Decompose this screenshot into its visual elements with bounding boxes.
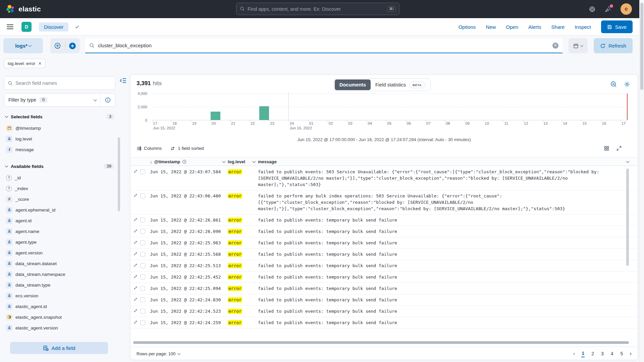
save-button[interactable]: Save [601, 20, 633, 33]
field-item-agent.version[interactable]: kagent.version [4, 247, 115, 258]
field-item-elastic_agent.version[interactable]: kelastic_agent.version [4, 322, 115, 333]
expand-row-icon[interactable] [133, 297, 138, 301]
toolbar-link-new[interactable]: New [486, 24, 496, 30]
expand-row-icon[interactable] [133, 275, 138, 279]
available-fields-header[interactable]: Available fields 39 [4, 164, 115, 169]
row-checkbox[interactable] [140, 169, 145, 174]
user-avatar[interactable]: e [621, 3, 632, 15]
field-item-data_stream.dataset[interactable]: kdata_stream.dataset [4, 258, 115, 269]
toggle-chart-icon[interactable] [610, 81, 617, 87]
toolbar-link-open[interactable]: Open [506, 24, 518, 30]
expand-row-icon[interactable] [133, 240, 138, 244]
remove-filter-icon[interactable]: ✕ [38, 61, 42, 66]
row-checkbox[interactable] [140, 320, 145, 325]
field-item-_score[interactable]: #_score [4, 194, 115, 204]
field-item-_index[interactable]: ?_index [4, 183, 115, 194]
toolbar-link-options[interactable]: Options [459, 24, 476, 30]
row-checkbox[interactable] [140, 263, 145, 268]
field-item-data_stream.type[interactable]: kdata_stream.type [4, 280, 115, 290]
expand-row-icon[interactable] [133, 229, 138, 233]
field-item-@timestamp[interactable]: @timestamp [4, 123, 115, 133]
rows-per-page-button[interactable]: Rows per page: 100 [137, 351, 180, 356]
sort-fields-button[interactable]: 1 field sorted [170, 146, 204, 151]
field-item-log.level[interactable]: klog.level [4, 133, 115, 144]
date-picker-button[interactable] [569, 38, 588, 53]
selected-fields-header[interactable]: Selected fields 3 [4, 114, 115, 119]
field-search[interactable] [4, 76, 115, 90]
field-info-icon[interactable] [100, 94, 115, 106]
current-time-marker[interactable] [627, 94, 628, 120]
global-search[interactable]: ⌘/ [236, 3, 399, 15]
expand-row-icon[interactable] [133, 218, 138, 222]
gear-icon[interactable] [624, 81, 630, 87]
field-search-input[interactable] [15, 80, 112, 86]
histogram-bar[interactable] [211, 112, 220, 120]
tab-documents[interactable]: Documents [335, 79, 371, 90]
saved-query-menu-icon[interactable] [50, 38, 65, 53]
menu-icon[interactable] [7, 24, 13, 29]
expand-row-icon[interactable] [133, 286, 138, 290]
sidebar-scrollbar[interactable] [118, 137, 120, 211]
columns-button[interactable]: Columns [137, 146, 162, 151]
filter-by-type-select[interactable]: Filter by type 0 [4, 97, 100, 103]
previous-page-icon[interactable]: ‹ [573, 350, 575, 357]
field-item-elastic_agent.id[interactable]: kelastic_agent.id [4, 301, 115, 312]
breadcrumb[interactable]: Discover [39, 22, 68, 32]
expand-row-icon[interactable] [133, 320, 138, 324]
expand-row-icon[interactable] [133, 263, 138, 267]
horizontal-scrollbar[interactable] [133, 341, 629, 344]
grid-vertical-scrollbar[interactable] [626, 169, 629, 266]
row-checkbox[interactable] [140, 229, 145, 234]
expand-row-icon[interactable] [133, 193, 138, 197]
field-item-elastic_agent.snapshot[interactable]: elastic_agent.snapshot [4, 312, 115, 322]
fullscreen-icon[interactable] [616, 146, 622, 151]
space-badge[interactable]: D [21, 22, 32, 32]
query-input[interactable] [98, 43, 552, 48]
row-checkbox[interactable] [140, 218, 145, 223]
histogram-bar[interactable] [259, 106, 269, 120]
field-item-agent.name[interactable]: kagent.name [4, 226, 115, 237]
field-item-message[interactable]: tmessage [4, 144, 115, 155]
data-view-picker[interactable]: logs* [3, 38, 43, 53]
row-checkbox[interactable] [140, 286, 145, 291]
filter-pill[interactable]: log.level: error ✕ [4, 59, 45, 68]
field-item-agent.type[interactable]: kagent.type [4, 237, 115, 247]
refresh-button[interactable]: Refresh [594, 38, 633, 53]
row-checkbox[interactable] [140, 252, 145, 257]
toolbar-link-inspect[interactable]: Inspect [575, 24, 591, 30]
next-page-icon[interactable]: › [630, 350, 632, 357]
row-checkbox[interactable] [140, 275, 145, 280]
tab-field-statistics[interactable]: Field statistics BETA [371, 82, 430, 88]
news-icon[interactable] [604, 5, 612, 13]
page-button-3[interactable]: 3 [601, 350, 604, 357]
field-item-data_stream.namespace[interactable]: kdata_stream.namespace [4, 269, 115, 280]
row-checkbox[interactable] [140, 193, 145, 198]
message-column-header[interactable]: message [258, 159, 638, 164]
timestamp-column-header[interactable]: ↓ @timestamp [150, 159, 228, 164]
collapse-sidebar-icon[interactable] [119, 78, 127, 84]
grid-view-icon[interactable] [604, 146, 609, 151]
page-button-2[interactable]: 2 [591, 350, 594, 357]
elastic-logo[interactable]: elastic [6, 4, 41, 13]
field-item-agent.id[interactable]: kagent.id [4, 215, 115, 226]
expand-row-icon[interactable] [133, 169, 138, 173]
expand-row-icon[interactable] [133, 252, 138, 256]
field-item-ecs.version[interactable]: kecs.version [4, 290, 115, 301]
row-checkbox[interactable] [140, 309, 145, 314]
page-button-5[interactable]: 5 [620, 350, 624, 357]
clear-query-icon[interactable]: ✕ [552, 43, 558, 49]
row-checkbox[interactable] [140, 297, 145, 302]
expand-row-icon[interactable] [133, 309, 138, 313]
field-item-_id[interactable]: ?_id [4, 172, 115, 183]
page-button-1[interactable]: 1 [581, 350, 585, 357]
add-filter-icon[interactable] [65, 38, 80, 53]
add-field-button[interactable]: Add a field [10, 342, 108, 354]
page-scrollbar-thumb[interactable] [640, 3, 643, 90]
global-search-input[interactable] [248, 6, 387, 12]
toolbar-link-share[interactable]: Share [551, 24, 565, 30]
toolbar-link-alerts[interactable]: Alerts [528, 24, 541, 30]
field-item-agent.ephemeral_id[interactable]: kagent.ephemeral_id [4, 204, 115, 215]
row-checkbox[interactable] [140, 240, 145, 245]
page-button-4[interactable]: 4 [610, 350, 614, 357]
loglevel-column-header[interactable]: log.level [228, 159, 258, 164]
